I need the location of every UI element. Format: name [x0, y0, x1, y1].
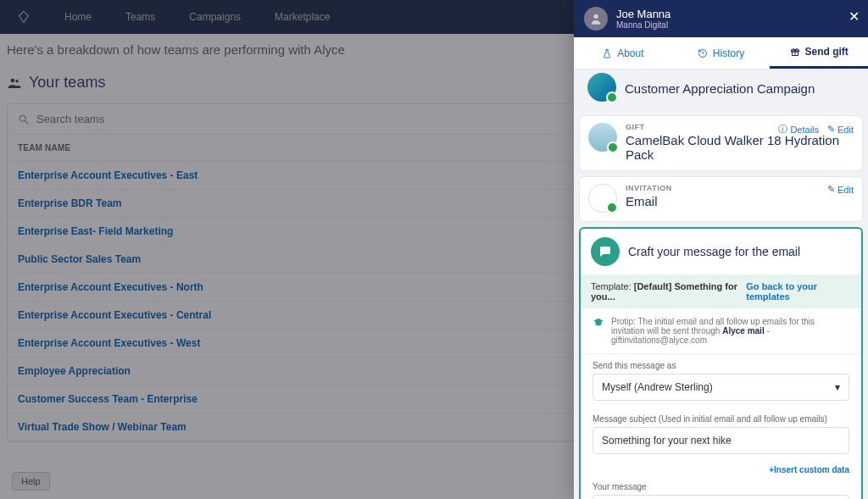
message-body-section: Your message Hi Joe, I noticed you like …: [581, 479, 861, 499]
tab-about-label: About: [617, 47, 643, 59]
gift-details-label: Details: [790, 125, 819, 135]
tab-history[interactable]: History: [672, 37, 771, 69]
check-icon: [607, 141, 619, 153]
message-heading: Craft your message for the email: [628, 245, 800, 258]
flask-icon: [602, 48, 612, 58]
send-as-select[interactable]: Myself (Andrew Sterling) ▾: [593, 374, 849, 401]
subject-input[interactable]: [593, 427, 849, 454]
side-panel-body: Customer Appreciation Campaign ⓘ Details…: [574, 69, 868, 499]
invitation-card: ✎ Edit INVITATION Email: [579, 176, 863, 222]
gift-title: CamelBak Cloud Walker 18 Hydration Pack: [626, 133, 854, 162]
pencil-icon: ✎: [827, 184, 835, 195]
gift-edit-label: Edit: [837, 125, 854, 135]
info-icon: ⓘ: [778, 123, 787, 136]
campaign-thumb: [587, 73, 616, 102]
protip: Protip: The initial email and all follow…: [581, 308, 861, 354]
invitation-edit-label: Edit: [837, 185, 854, 195]
invitation-edit-link[interactable]: ✎ Edit: [827, 184, 854, 195]
subject-section: Message subject (Used in initial email a…: [581, 408, 861, 461]
message-card: Craft your message for the email Templat…: [579, 227, 863, 499]
history-icon: [698, 48, 708, 58]
send-as-label: Send this message as: [593, 361, 849, 370]
side-panel-tabs: About History Send gift: [574, 37, 868, 69]
invitation-label: INVITATION: [626, 184, 672, 192]
subject-label: Message subject (Used in initial email a…: [593, 414, 849, 424]
gift-card: ⓘ Details ✎ Edit GIFT CamelBak Cloud Wal…: [579, 115, 863, 171]
check-icon: [606, 202, 618, 213]
campaign-card: Customer Appreciation Campaign: [579, 69, 863, 110]
send-as-section: Send this message as Myself (Andrew Ster…: [581, 354, 861, 408]
invitation-title: Email: [626, 194, 672, 208]
invitation-thumb: [588, 184, 617, 213]
message-icon: [591, 237, 620, 266]
graduation-cap-icon: [593, 317, 604, 345]
contact-org: Manna Digital: [616, 20, 670, 30]
template-label: Template:: [591, 281, 632, 291]
chevron-down-icon: ▾: [835, 381, 840, 393]
template-bar: Template: [Default] Something for you...…: [581, 274, 861, 308]
message-body-input[interactable]: Hi Joe, I noticed you like to hit the tr…: [593, 495, 849, 499]
gift-icon: [790, 47, 800, 57]
pencil-icon: ✎: [827, 124, 835, 135]
go-back-templates-link[interactable]: Go back to your templates: [746, 281, 851, 302]
svg-point-4: [593, 14, 598, 19]
side-panel-header: Joe Manna Manna Digital ✕: [574, 0, 868, 37]
campaign-title: Customer Appreciation Campaign: [625, 81, 815, 96]
gift-edit-link[interactable]: ✎ Edit: [827, 123, 854, 136]
protip-label: Protip:: [611, 317, 636, 326]
your-message-label: Your message: [593, 482, 849, 491]
avatar: [584, 7, 608, 30]
contact-name: Joe Manna: [616, 8, 670, 20]
tab-send-label: Send gift: [805, 46, 849, 58]
side-panel: Joe Manna Manna Digital ✕ About History …: [574, 0, 868, 499]
protip-emph: Alyce mail: [722, 326, 764, 335]
gift-thumb: [588, 123, 617, 152]
check-icon: [606, 91, 618, 103]
send-as-value: Myself (Andrew Sterling): [602, 381, 713, 393]
tab-history-label: History: [713, 47, 744, 59]
protip-text: The initial email and all follow up emai…: [611, 317, 815, 335]
tab-about[interactable]: About: [574, 37, 672, 69]
tab-send-gift[interactable]: Send gift: [770, 37, 868, 69]
gift-details-link[interactable]: ⓘ Details: [778, 123, 819, 136]
insert-custom-data-link[interactable]: +Insert custom data: [769, 465, 849, 474]
close-icon[interactable]: ✕: [849, 8, 860, 25]
